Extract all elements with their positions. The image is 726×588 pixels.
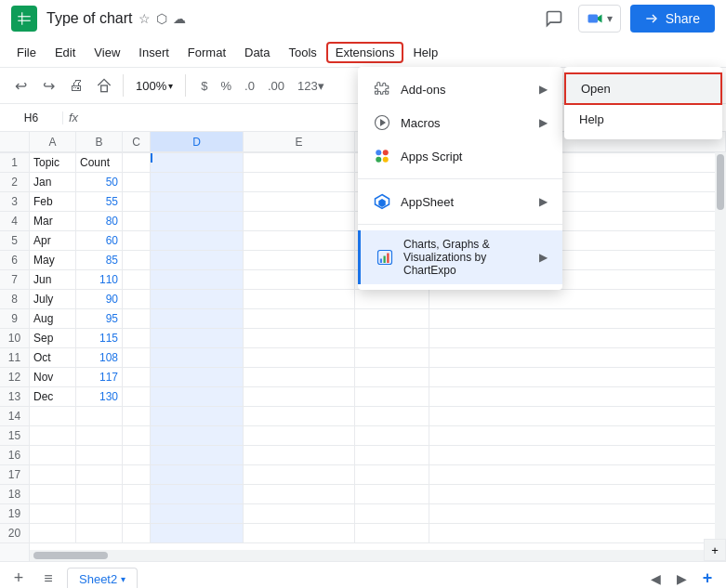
col-header-d[interactable]: D	[151, 132, 244, 152]
cell-d13[interactable]	[151, 387, 244, 407]
undo-button[interactable]: ↩	[7, 72, 33, 98]
cell-f9[interactable]	[355, 309, 429, 329]
cell-rest-12[interactable]	[429, 368, 726, 387]
redo-button[interactable]: ↪	[35, 72, 61, 98]
row-header-19[interactable]: 19	[0, 504, 29, 524]
cell-c9[interactable]	[123, 309, 151, 329]
cell-rest-20[interactable]	[429, 524, 726, 543]
cell-f17[interactable]	[355, 465, 429, 485]
cell-rest-14[interactable]	[429, 407, 726, 426]
cell-d9[interactable]	[151, 309, 244, 329]
cell-d11[interactable]	[151, 348, 244, 368]
cell-b13[interactable]: 130	[76, 387, 123, 407]
row-header-7[interactable]: 7	[0, 270, 29, 290]
cell-e4[interactable]	[244, 212, 355, 231]
cell-c10[interactable]	[123, 329, 151, 348]
cell-rest-9[interactable]	[429, 309, 726, 329]
cell-d16[interactable]	[151, 446, 244, 465]
cell-b14[interactable]	[76, 407, 123, 426]
cell-e9[interactable]	[244, 309, 355, 329]
cell-d1[interactable]	[151, 153, 244, 173]
cell-b19[interactable]	[76, 504, 123, 524]
row-header-4[interactable]: 4	[0, 212, 29, 231]
cell-f15[interactable]	[355, 426, 429, 446]
cell-f12[interactable]	[355, 368, 429, 387]
cell-a12[interactable]: Nov	[30, 368, 76, 387]
cell-f14[interactable]	[355, 407, 429, 426]
cell-e17[interactable]	[244, 465, 355, 485]
cell-b5[interactable]: 60	[76, 231, 123, 251]
cell-b7[interactable]: 110	[76, 270, 123, 290]
cell-e5[interactable]	[244, 231, 355, 251]
cell-e7[interactable]	[244, 270, 355, 290]
cell-f10[interactable]	[355, 329, 429, 348]
cell-d7[interactable]	[151, 270, 244, 290]
scrollbar-thumb-v[interactable]	[717, 154, 724, 210]
vertical-scrollbar[interactable]	[715, 153, 726, 561]
cell-e13[interactable]	[244, 387, 355, 407]
cell-d20[interactable]	[151, 524, 244, 543]
print-button[interactable]: 🖨	[63, 72, 89, 98]
cell-d8[interactable]	[151, 290, 244, 309]
menu-help[interactable]: Help	[403, 42, 447, 63]
row-header-9[interactable]: 9	[0, 309, 29, 329]
cell-rest-19[interactable]	[429, 504, 726, 524]
row-header-5[interactable]: 5	[0, 231, 29, 251]
menu-edit[interactable]: Edit	[46, 42, 85, 63]
expand-button[interactable]: +	[704, 539, 726, 561]
cell-f20[interactable]	[355, 524, 429, 543]
cloud-icon[interactable]: ☁	[173, 11, 186, 26]
cell-rest-16[interactable]	[429, 446, 726, 465]
cell-c18[interactable]	[123, 485, 151, 504]
row-header-13[interactable]: 13	[0, 387, 29, 407]
cell-a20[interactable]	[30, 524, 76, 543]
cell-c4[interactable]	[123, 212, 151, 231]
cell-b6[interactable]: 85	[76, 251, 123, 270]
cell-a19[interactable]	[30, 504, 76, 524]
cell-c1[interactable]	[123, 153, 151, 173]
cell-c15[interactable]	[123, 426, 151, 446]
extensions-appsscript[interactable]: Apps Script	[358, 139, 562, 173]
currency-button[interactable]: $	[195, 77, 213, 95]
cell-e1[interactable]	[244, 153, 355, 173]
extensions-addons[interactable]: Add-ons ▶	[358, 72, 562, 106]
cell-d18[interactable]	[151, 485, 244, 504]
cell-a10[interactable]: Sep	[30, 329, 76, 348]
row-header-3[interactable]: 3	[0, 192, 29, 212]
menu-file[interactable]: File	[7, 42, 46, 63]
cell-e15[interactable]	[244, 426, 355, 446]
cell-c20[interactable]	[123, 524, 151, 543]
cell-d5[interactable]	[151, 231, 244, 251]
cell-b8[interactable]: 90	[76, 290, 123, 309]
cell-e8[interactable]	[244, 290, 355, 309]
cell-rest-18[interactable]	[429, 485, 726, 504]
cell-a4[interactable]: Mar	[30, 212, 76, 231]
cell-c3[interactable]	[123, 192, 151, 212]
folder-icon[interactable]: ⬡	[156, 11, 167, 26]
col-header-b[interactable]: B	[76, 132, 123, 152]
sheet-list-button[interactable]: ≡	[37, 568, 59, 589]
row-header-14[interactable]: 14	[0, 407, 29, 426]
cell-a5[interactable]: Apr	[30, 231, 76, 251]
cell-b4[interactable]: 80	[76, 212, 123, 231]
cell-a9[interactable]: Aug	[30, 309, 76, 329]
cell-d17[interactable]	[151, 465, 244, 485]
col-header-a[interactable]: A	[30, 132, 76, 152]
row-header-17[interactable]: 17	[0, 465, 29, 485]
row-header-18[interactable]: 18	[0, 485, 29, 504]
row-header-20[interactable]: 20	[0, 524, 29, 543]
extensions-appsheet[interactable]: AppSheet ▶	[358, 185, 562, 218]
cell-a1[interactable]: Topic	[30, 153, 76, 173]
cell-c2[interactable]	[123, 173, 151, 192]
cell-rest-15[interactable]	[429, 426, 726, 446]
cell-b3[interactable]: 55	[76, 192, 123, 212]
menu-insert[interactable]: Insert	[129, 42, 178, 63]
add-sheet-button[interactable]: +	[7, 568, 30, 589]
row-header-11[interactable]: 11	[0, 348, 29, 368]
cell-c11[interactable]	[123, 348, 151, 368]
paint-format-button[interactable]	[91, 72, 117, 98]
cell-e18[interactable]	[244, 485, 355, 504]
cell-a17[interactable]	[30, 465, 76, 485]
comment-button[interactable]	[539, 4, 569, 33]
menu-extensions[interactable]: Extensions	[326, 42, 404, 63]
